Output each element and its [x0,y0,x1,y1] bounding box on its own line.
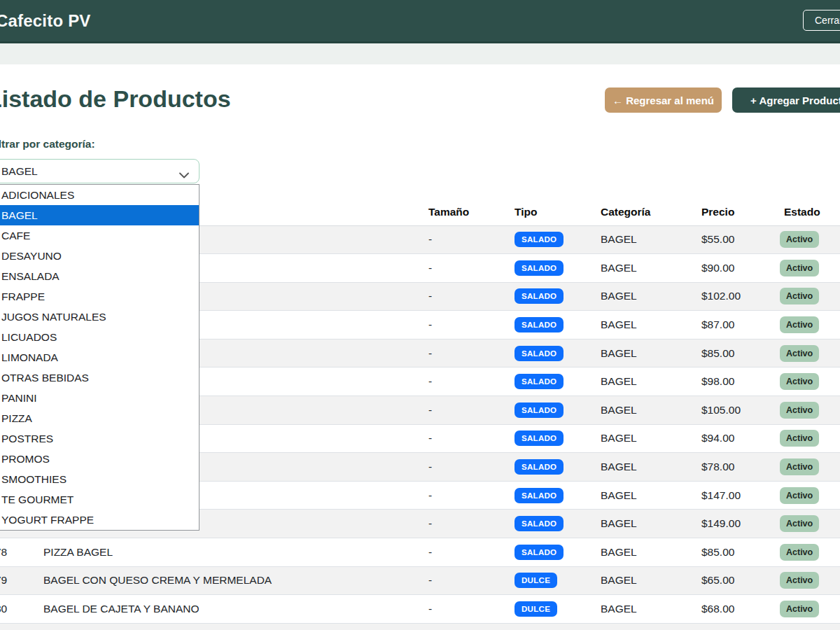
dropdown-option[interactable]: PANINI [0,388,199,408]
status-badge: Activo [780,345,819,362]
page-title: Listado de Productos [0,85,231,113]
product-size: - [425,368,512,396]
dropdown-option[interactable]: OTRAS BEBIDAS [0,368,199,388]
product-status: Activo [777,225,840,254]
add-product-button[interactable]: + Agregar Producto [732,88,840,113]
product-type [512,623,598,630]
product-category: BAGEL [598,453,699,482]
product-type: SALADO [512,339,598,368]
category-dropdown-list: ADICIONALESBAGELCAFEDESAYUNOENSALADAFRAP… [0,184,200,531]
product-category: BAGEL [598,339,699,368]
status-badge: Activo [780,260,819,276]
product-category: BAGEL [598,595,699,624]
product-category: BAGEL [598,311,699,340]
back-to-menu-button[interactable]: ← Regresar al menú [605,88,722,113]
product-type: SALADO [512,368,598,396]
product-category: BAGEL [598,424,699,453]
product-size: - [425,453,512,482]
product-price: $68.00 [699,595,777,624]
status-badge: Activo [780,515,819,532]
product-id: 79 [0,566,43,595]
product-category: BAGEL [598,282,699,311]
dropdown-option[interactable]: PIZZA [0,408,199,428]
status-badge: Activo [780,487,819,504]
product-size: - [425,566,512,595]
product-price: $94.00 [699,424,777,453]
product-type: SALADO [512,311,598,340]
product-id: 80 [0,595,43,624]
dropdown-option[interactable]: FRAPPE [0,286,199,307]
status-badge: Activo [780,544,819,561]
type-badge: SALADO [514,402,564,418]
dropdown-option[interactable]: BAGEL [0,205,199,225]
status-badge: Activo [780,601,819,617]
type-badge: SALADO [514,545,564,560]
product-name [43,623,425,630]
status-badge: Activo [780,430,819,447]
product-type: SALADO [512,424,598,453]
product-type: SALADO [512,225,598,254]
product-size: - [425,510,512,538]
product-status: Activo [777,311,840,340]
product-price: $102.00 [699,282,777,311]
header-size: Tamaño [425,200,512,225]
product-name: PIZZA BAGEL [43,538,425,567]
product-price: $149.00 [699,510,777,538]
product-status: Activo [777,282,840,311]
product-type: SALADO [512,538,598,567]
product-type: SALADO [512,396,598,425]
product-id: 78 [0,538,43,567]
dropdown-option[interactable]: TE GOURMET [0,489,199,510]
product-status: Activo [777,254,840,283]
dropdown-option[interactable]: LICUADOS [0,327,199,347]
type-badge: DULCE [514,573,557,588]
dropdown-option[interactable]: POSTRES [0,428,199,449]
logout-button[interactable]: Cerrar sesión [803,10,840,31]
product-status: Activo [777,339,840,368]
table-row: 80BAGEL DE CAJETA Y BANANO-DULCEBAGEL$68… [0,595,840,624]
product-price: $147.00 [699,481,777,510]
dropdown-option[interactable]: YOGURT FRAPPE [0,510,199,530]
type-badge: SALADO [514,288,564,304]
product-status: Activo [777,368,840,396]
dropdown-option[interactable]: ADICIONALES [0,185,199,205]
product-name: BAGEL DE CAJETA Y BANANO [43,595,425,624]
type-badge: SALADO [514,232,564,247]
product-price: $85.00 [699,538,777,567]
dropdown-option[interactable]: LIMONADA [0,347,199,368]
product-category: BAGEL [598,510,699,538]
dropdown-option[interactable]: SMOOTHIES [0,469,199,489]
type-badge: SALADO [514,516,564,531]
dropdown-option[interactable]: DESAYUNO [0,246,199,266]
product-category: BAGEL [598,368,699,396]
product-type: SALADO [512,254,598,283]
type-badge: SALADO [514,317,564,332]
header-type: Tipo [512,200,598,225]
product-price [699,623,777,630]
product-status: Activo [777,566,840,595]
type-badge: DULCE [514,601,557,617]
product-size: - [425,595,512,624]
table-row: 78PIZZA BAGEL-SALADOBAGEL$85.00Activo [0,538,840,567]
product-size: - [425,339,512,368]
dropdown-option[interactable]: ENSALADA [0,266,199,286]
category-select[interactable]: BAGEL [0,159,200,183]
product-type: SALADO [512,481,598,510]
product-price: $55.00 [699,225,777,254]
header-price: Precio [699,200,777,225]
chevron-down-icon [179,169,189,181]
product-category: BAGEL [598,254,699,283]
dropdown-option[interactable]: JUGOS NATURALES [0,307,199,327]
dropdown-option[interactable]: CAFE [0,225,199,246]
product-id [0,623,43,630]
navbar: Cafecito PV Cerrar sesión [0,0,840,43]
dropdown-option[interactable]: PROMOS [0,449,199,469]
product-status [777,623,840,630]
type-badge: SALADO [514,488,564,503]
status-badge: Activo [780,231,819,248]
status-badge: Activo [780,288,819,304]
product-price: $87.00 [699,311,777,340]
product-category: BAGEL [598,566,699,595]
product-type: DULCE [512,566,598,595]
product-category: BAGEL [598,538,699,567]
